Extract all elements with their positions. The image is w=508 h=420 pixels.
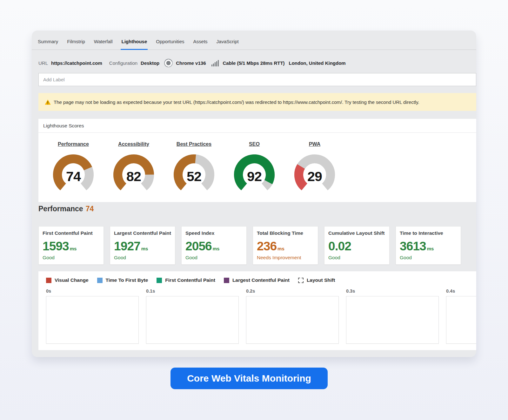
- metric-value-number: 0.02: [328, 239, 351, 253]
- connection-speed: Cable (5/1 Mbps 28ms RTT): [223, 60, 285, 66]
- metric-value: 1927ms: [114, 240, 171, 252]
- performance-title-text: Performance: [38, 205, 83, 213]
- warning-text: The page may not be loading as expected …: [54, 99, 419, 105]
- metric-status: Good: [400, 255, 457, 261]
- metric-value: 1593ms: [43, 240, 100, 252]
- metric-name: Largest Contentful Paint: [114, 230, 171, 236]
- legend-item-layout-shift: Layout Shift: [298, 277, 335, 283]
- url-label: URL: [38, 60, 48, 66]
- test-url: https://catchpoint.com: [51, 60, 102, 66]
- legend-swatch-layout-shift: [298, 278, 304, 283]
- filmstrip-panel: Visual ChangeTime To First ByteFirst Con…: [38, 271, 476, 350]
- gauge-label-pwa[interactable]: PWA: [309, 141, 320, 147]
- tab-bar: SummaryFilmstripWaterfallLighthouseOppor…: [32, 30, 476, 50]
- gauge-seo: SEO92: [233, 141, 275, 192]
- metric-name: Time to Interactive: [400, 230, 457, 236]
- filmstrip-frame-0.1s: 0.1s: [146, 288, 239, 344]
- tab-assets[interactable]: Assets: [189, 33, 212, 50]
- filmstrip-legend: Visual ChangeTime To First ByteFirst Con…: [46, 277, 335, 283]
- tab-waterfall[interactable]: Waterfall: [90, 33, 117, 50]
- legend-label: First Contentful Paint: [165, 277, 215, 283]
- frame-screenshot-box: [46, 296, 139, 344]
- gauge-dial-accessibility: 82: [113, 154, 155, 192]
- gauge-best-practices: Best Practices52: [173, 141, 215, 192]
- gauge-label-best-practices[interactable]: Best Practices: [177, 141, 211, 147]
- lighthouse-scores-title: Lighthouse Scores: [38, 119, 476, 133]
- metric-value-number: 2056: [185, 239, 212, 253]
- metric-name: Cumulative Layout Shift: [328, 230, 385, 236]
- tab-javascript[interactable]: JavaScript: [212, 33, 243, 50]
- tab-opportunities[interactable]: Opportunities: [151, 33, 189, 50]
- filmstrip-frame-0.2s: 0.2s: [246, 288, 339, 344]
- metric-card-cumulative-layout-shift: Cumulative Layout Shift0.02Good: [324, 226, 390, 265]
- metric-value-unit: ms: [427, 246, 434, 251]
- legend-item-first-contentful-paint: First Contentful Paint: [157, 277, 215, 283]
- legend-swatch-time-to-first-byte: [97, 278, 103, 283]
- gauge-pwa: PWA29: [294, 141, 336, 192]
- legend-swatch-largest-contentful-paint: [224, 278, 229, 283]
- test-config-row: URL https://catchpoint.com Configuration…: [32, 50, 476, 73]
- redirect-warning-banner: The page may not be loading as expected …: [38, 93, 476, 111]
- filmstrip-frames: 0s0.1s0.2s0.3s0.4s: [46, 288, 476, 344]
- metric-value-unit: ms: [70, 246, 77, 251]
- frame-time-label: 0.4s: [446, 288, 476, 294]
- gauge-dial-performance: 74: [52, 154, 94, 192]
- metric-value-unit: ms: [277, 246, 284, 251]
- gauge-label-accessibility[interactable]: Accessibility: [118, 141, 149, 147]
- frame-time-label: 0.3s: [346, 288, 439, 294]
- browser-version: Chrome v136: [176, 60, 206, 66]
- gauge-value-performance: 74: [52, 169, 94, 184]
- metric-cards-row: First Contentful Paint1593msGoodLargest …: [38, 226, 461, 265]
- legend-swatch-first-contentful-paint: [157, 278, 162, 283]
- metric-value-number: 236: [257, 239, 277, 253]
- score-gauges: Performance74Accessibility82Best Practic…: [38, 133, 476, 192]
- metric-status: Needs Improvement: [257, 255, 314, 261]
- gauge-dial-seo: 92: [233, 154, 275, 192]
- gauge-value-best-practices: 52: [173, 169, 215, 184]
- test-result-card: SummaryFilmstripWaterfallLighthouseOppor…: [32, 30, 476, 357]
- metric-value-number: 1927: [114, 239, 140, 253]
- metric-name: First Contentful Paint: [43, 230, 100, 236]
- metric-card-first-contentful-paint: First Contentful Paint1593msGood: [38, 226, 104, 265]
- metric-value-number: 3613: [400, 239, 426, 253]
- metric-value: 3613ms: [400, 240, 457, 252]
- legend-item-largest-contentful-paint: Largest Contentful Paint: [224, 277, 290, 283]
- lighthouse-scores-panel: Lighthouse Scores Performance74Accessibi…: [38, 119, 476, 202]
- warning-icon: [45, 99, 51, 105]
- tab-lighthouse[interactable]: Lighthouse: [117, 33, 151, 50]
- metric-card-speed-index: Speed Index2056msGood: [181, 226, 247, 265]
- gauge-label-performance[interactable]: Performance: [58, 141, 89, 147]
- metric-card-time-to-interactive: Time to Interactive3613msGood: [396, 226, 461, 265]
- legend-label: Visual Change: [55, 277, 89, 283]
- add-label-input[interactable]: [38, 73, 476, 86]
- gauge-dial-best-practices: 52: [173, 154, 215, 192]
- metric-status: Good: [185, 255, 243, 261]
- signal-bars-icon: [211, 60, 219, 66]
- configuration-value: Desktop: [141, 60, 159, 66]
- filmstrip-frame-0.3s: 0.3s: [346, 288, 439, 344]
- legend-swatch-visual-change: [46, 278, 51, 283]
- gauge-performance: Performance74: [52, 141, 94, 192]
- filmstrip-frame-0s: 0s: [46, 288, 139, 344]
- metric-card-total-blocking-time: Total Blocking Time236msNeeds Improvemen…: [253, 226, 318, 265]
- metric-value-number: 1593: [43, 239, 69, 253]
- performance-title-score: 74: [86, 205, 94, 213]
- metric-status: Good: [43, 255, 100, 261]
- gauge-value-pwa: 29: [294, 169, 336, 184]
- chrome-icon: [164, 59, 173, 67]
- frame-time-label: 0.2s: [246, 288, 339, 294]
- gauge-accessibility: Accessibility82: [113, 141, 155, 192]
- frame-screenshot-box: [346, 296, 439, 344]
- frame-time-label: 0s: [46, 288, 139, 294]
- metric-name: Speed Index: [185, 230, 243, 236]
- performance-section-title: Performance74: [38, 205, 94, 213]
- frame-screenshot-box: [246, 296, 339, 344]
- gauge-label-seo[interactable]: SEO: [249, 141, 260, 147]
- metric-status: Good: [328, 255, 385, 261]
- legend-item-time-to-first-byte: Time To First Byte: [97, 277, 148, 283]
- tab-filmstrip[interactable]: Filmstrip: [63, 33, 90, 50]
- tab-summary[interactable]: Summary: [33, 33, 63, 50]
- filmstrip-frame-0.4s: 0.4s: [446, 288, 476, 344]
- core-web-vitals-monitoring-button[interactable]: Core Web Vitals Monitoring: [170, 368, 328, 389]
- gauge-dial-pwa: 29: [294, 154, 336, 192]
